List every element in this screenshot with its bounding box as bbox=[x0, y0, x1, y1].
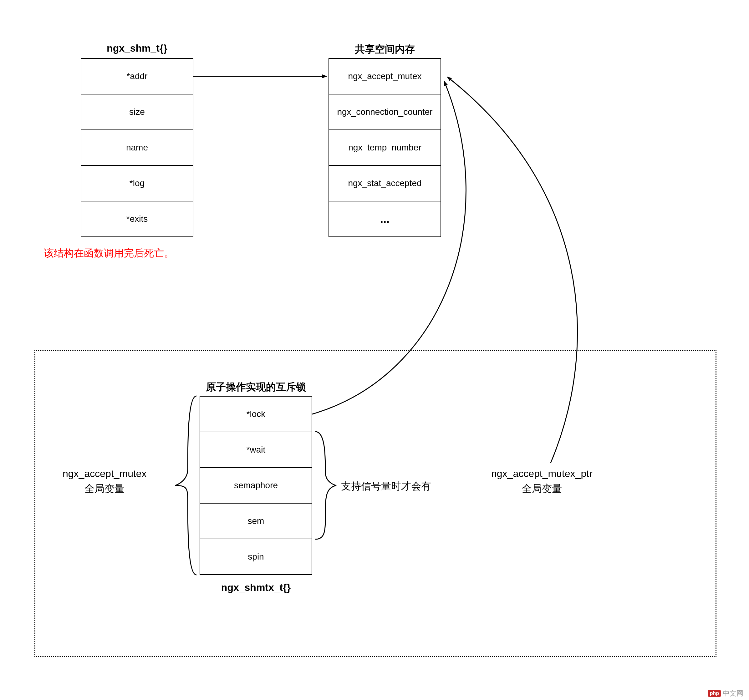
watermark-text: 中文网 bbox=[723, 689, 743, 698]
struct2-title-top: 原子操作实现的互斥锁 bbox=[200, 381, 312, 394]
label-left-line2: 全局变量 bbox=[84, 483, 125, 494]
shared-field-mutex: ngx_accept_mutex bbox=[329, 58, 441, 95]
label-left-line1: ngx_accept_mutex bbox=[63, 468, 147, 479]
struct1-field-size: size bbox=[81, 94, 193, 130]
shared-field-ellipsis: ... bbox=[329, 201, 441, 237]
struct2-field-wait: *wait bbox=[200, 432, 312, 468]
label-right-var-line1: ngx_accept_mutex_ptr bbox=[491, 468, 593, 479]
struct2-title-bottom: ngx_shmtx_t{} bbox=[200, 582, 312, 593]
label-right-brace: 支持信号量时才会有 bbox=[341, 478, 431, 494]
shared-field-accepted: ngx_stat_accepted bbox=[329, 165, 441, 202]
struct1-title: ngx_shm_t{} bbox=[81, 43, 193, 54]
label-left: ngx_accept_mutex 全局变量 bbox=[63, 466, 147, 496]
struct1-field-exits: *exits bbox=[81, 201, 193, 237]
dotted-container bbox=[34, 350, 717, 657]
struct1-field-addr: *addr bbox=[81, 58, 193, 95]
struct2-field-sem: sem bbox=[200, 503, 312, 539]
struct2-field-lock: *lock bbox=[200, 396, 312, 432]
watermark: php 中文网 bbox=[708, 689, 743, 698]
struct2-field-spin: spin bbox=[200, 539, 312, 575]
label-right-var: ngx_accept_mutex_ptr 全局变量 bbox=[491, 466, 593, 496]
struct1-field-log: *log bbox=[81, 165, 193, 202]
watermark-badge: php bbox=[708, 690, 721, 697]
shared-field-temp: ngx_temp_number bbox=[329, 130, 441, 166]
struct1-field-name: name bbox=[81, 130, 193, 166]
shared-field-counter: ngx_connection_counter bbox=[329, 94, 441, 130]
struct1-note: 该结构在函数调用完后死亡。 bbox=[44, 246, 174, 260]
label-right-var-line2: 全局变量 bbox=[522, 483, 562, 494]
shared-title: 共享空间内存 bbox=[329, 43, 441, 56]
struct2-field-semaphore: semaphore bbox=[200, 467, 312, 504]
